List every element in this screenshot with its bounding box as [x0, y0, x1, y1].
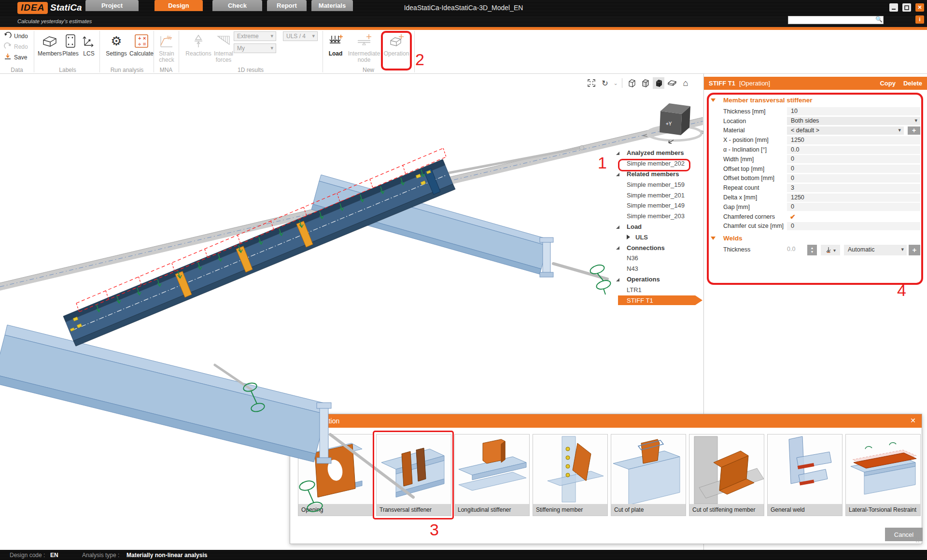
- analysis-type-value: Materially non-linear analysis: [126, 552, 207, 559]
- info-button[interactable]: i: [915, 15, 924, 24]
- panel-title: STIFF T1: [709, 80, 735, 87]
- annotation-number-3: 3: [430, 520, 439, 539]
- annotation-number-2: 2: [415, 50, 424, 69]
- annotation-box-operation: [381, 31, 412, 70]
- annotation-number-4: 4: [897, 281, 906, 300]
- tab-design[interactable]: Design: [154, 0, 203, 11]
- panel-header: STIFF T1 [Operation] Copy Delete: [704, 77, 927, 90]
- annotation-box-member202: [618, 159, 690, 171]
- annotation-number-1: 1: [598, 154, 607, 172]
- close-button[interactable]: ✕: [915, 3, 924, 12]
- annotation-box-tile: [373, 431, 454, 519]
- tile-lateral-torsional-restraint-image: [846, 434, 920, 504]
- tab-project[interactable]: Project: [85, 0, 139, 11]
- tile-general-weld[interactable]: General weld: [767, 434, 843, 516]
- minimize-button[interactable]: [889, 3, 898, 12]
- analysis-type-label: Analysis type :: [82, 552, 119, 559]
- search-icon: 🔍: [875, 16, 883, 23]
- tile-lateral-torsional-restraint[interactable]: Lateral-Torsional Restraint: [845, 434, 921, 516]
- 3d-scene[interactable]: +Y: [0, 30, 703, 550]
- tab-materials[interactable]: Materials: [311, 0, 353, 11]
- svg-text:+Y: +Y: [666, 121, 672, 126]
- resize-grip[interactable]: [915, 537, 920, 542]
- tab-check[interactable]: Check: [212, 0, 262, 11]
- window-title: IdeaStatiCa-IdeaStatiCa-3D_Model_EN: [0, 4, 927, 12]
- search-input[interactable]: [788, 16, 884, 24]
- annotation-box-panel: [707, 93, 923, 285]
- panel-subtitle: [Operation]: [739, 80, 770, 87]
- titlebar: IDEA StatiCa ® Member IdeaStatiCa-IdeaSt…: [0, 0, 927, 16]
- tile-general-weld-image: [768, 434, 842, 504]
- spring-support-bottom: [298, 479, 323, 513]
- tagline: Calculate yesterday's estimates: [17, 18, 92, 24]
- status-bar: Design code : EN Analysis type : Materia…: [0, 550, 927, 560]
- tile-label: Lateral-Torsional Restraint: [846, 504, 920, 516]
- design-code-value: EN: [50, 552, 58, 559]
- support-rod-right: [553, 264, 607, 279]
- maximize-button[interactable]: [902, 3, 911, 12]
- copy-button[interactable]: Copy: [880, 80, 896, 87]
- delete-button[interactable]: Delete: [903, 80, 922, 87]
- analyzed-member[interactable]: [63, 159, 455, 346]
- tile-label: General weld: [768, 504, 842, 516]
- tab-report[interactable]: Report: [267, 0, 307, 11]
- design-code-label: Design code :: [10, 552, 45, 559]
- cross-beam-bottom: [0, 325, 331, 463]
- dialog-close-icon[interactable]: ✕: [910, 417, 916, 424]
